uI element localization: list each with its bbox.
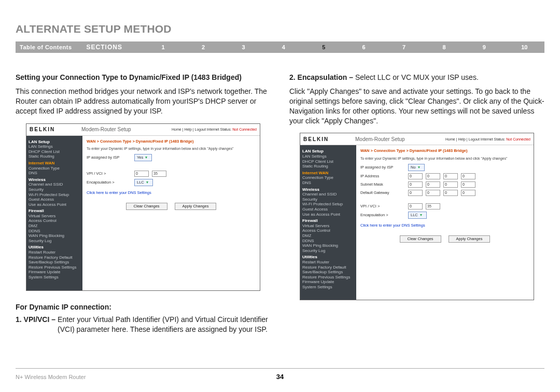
section-10[interactable]: 10 bbox=[505, 44, 544, 50]
ip-octet[interactable]: 0 bbox=[408, 181, 423, 188]
default-gateway-label: Default Gateway bbox=[360, 190, 405, 195]
side-item: Channel and SSID bbox=[29, 182, 80, 187]
screenshot-fixed-ip: BELKIN Modem-Router Setup Home | Help | … bbox=[300, 133, 534, 300]
side-item: Virtual Servers bbox=[29, 214, 80, 219]
side-item: Static Routing bbox=[302, 164, 354, 169]
ip-octet[interactable]: 0 bbox=[461, 173, 475, 179]
side-item: Security bbox=[29, 187, 80, 192]
section-8[interactable]: 8 bbox=[424, 44, 464, 50]
section-nav: Table of Contents SECTIONS 1 2 3 4 5 6 7… bbox=[16, 41, 544, 53]
ip-assigned-label: IP assigned by ISP bbox=[360, 165, 405, 170]
side-wireless: Wireless bbox=[302, 187, 354, 192]
ip-octet[interactable]: 0 bbox=[443, 173, 458, 179]
side-lan-setup: LAN Setup bbox=[29, 139, 80, 145]
side-item: Save/Backup Settings bbox=[29, 260, 80, 265]
side-item: DDNS bbox=[302, 239, 354, 244]
side-item: Restore Factory Default bbox=[302, 265, 354, 270]
side-item: LAN Settings bbox=[302, 154, 354, 159]
page-number: 34 bbox=[276, 373, 284, 381]
side-item: Guest Access bbox=[302, 207, 354, 212]
side-item: Use as Access Point bbox=[302, 212, 354, 217]
page-footer: N+ Wireless Modem Router 34 bbox=[16, 368, 544, 381]
side-item: DMZ bbox=[302, 233, 354, 239]
encapsulation-label: Encapsulation > bbox=[87, 180, 131, 185]
page-title: ALTERNATE SETUP METHOD bbox=[16, 23, 544, 35]
status-links: Home | Help | Logout Internet Status: bbox=[445, 137, 505, 141]
vci-input[interactable]: 35 bbox=[426, 203, 440, 209]
section-5[interactable]: 5 bbox=[304, 44, 344, 50]
side-item: WAN Ping Blocking bbox=[29, 233, 80, 239]
instruction-note: To enter your Dynamic IP settings, type … bbox=[360, 156, 529, 161]
ip-octet[interactable]: 0 bbox=[461, 190, 475, 196]
ip-octet[interactable]: 0 bbox=[426, 181, 440, 188]
status-links: Home | Help | Logout Internet Status: bbox=[172, 128, 231, 131]
ip-octet[interactable]: 0 bbox=[443, 181, 458, 188]
section-7[interactable]: 7 bbox=[384, 44, 424, 50]
ip-octet[interactable]: 0 bbox=[443, 190, 458, 196]
section-1[interactable]: 1 bbox=[143, 44, 183, 50]
vci-input[interactable]: 35 bbox=[152, 171, 166, 177]
side-item: Firmware Update bbox=[302, 279, 354, 285]
side-item: Restart Router bbox=[302, 260, 354, 265]
belkin-logo: BELKIN bbox=[303, 136, 355, 143]
ip-assigned-select[interactable]: No bbox=[408, 164, 425, 171]
side-item: Static Routing bbox=[29, 154, 80, 159]
dns-settings-link[interactable]: Click here to enter your DNS Settings bbox=[360, 223, 529, 228]
side-item: DHCP Client List bbox=[29, 149, 80, 155]
side-utilities: Utilities bbox=[302, 255, 354, 260]
side-item: DHCP Client List bbox=[302, 159, 354, 164]
side-item: Security bbox=[302, 197, 354, 202]
side-item: Connection Type bbox=[302, 175, 354, 180]
screenshot-dynamic-ip: BELKIN Modem-Router Setup Home | Help | … bbox=[26, 123, 260, 291]
side-item: Restore Factory Default bbox=[29, 255, 80, 260]
section-6[interactable]: 6 bbox=[344, 44, 384, 50]
apply-changes-button[interactable]: Apply Changes bbox=[175, 203, 217, 210]
ip-octet[interactable]: 0 bbox=[408, 173, 423, 179]
toc-link[interactable]: Table of Contents bbox=[16, 44, 72, 50]
section-2[interactable]: 2 bbox=[183, 44, 223, 50]
dns-settings-link[interactable]: Click here to enter your DNS Settings bbox=[87, 190, 256, 195]
side-firewall: Firewall bbox=[29, 208, 80, 214]
encapsulation-label: Encapsulation > bbox=[360, 213, 405, 218]
ip-octet[interactable]: 0 bbox=[426, 190, 440, 196]
clear-changes-button[interactable]: Clear Changes bbox=[400, 235, 441, 243]
list-text: Enter your Virtual Path Identifier (VPI)… bbox=[58, 315, 271, 334]
status-bar: Home | Help | Logout Internet Status: No… bbox=[445, 137, 530, 142]
router-sidebar: LAN Setup LAN Settings DHCP Client List … bbox=[300, 145, 356, 300]
ip-octet[interactable]: 0 bbox=[461, 181, 475, 188]
encapsulation-select[interactable]: LLC bbox=[134, 179, 153, 186]
side-item: Security Log bbox=[29, 239, 80, 244]
side-item: DNS bbox=[29, 171, 80, 176]
status-value: Not Connected bbox=[232, 128, 257, 131]
router-setup-title: Modem-Router Setup bbox=[81, 126, 131, 133]
ip-octet[interactable]: 0 bbox=[408, 190, 423, 196]
apply-changes-button[interactable]: Apply Changes bbox=[449, 235, 491, 243]
side-item: Firmware Update bbox=[29, 270, 80, 275]
section-3[interactable]: 3 bbox=[223, 44, 263, 50]
sections-label: SECTIONS bbox=[87, 44, 122, 51]
list-num: 1. VPI/VCI – bbox=[16, 315, 55, 334]
right-paragraph: Click "Apply Changes" to save and activa… bbox=[289, 87, 544, 126]
subnet-mask-label: Subnet Mask bbox=[360, 182, 405, 187]
router-main: WAN > Connection Type > Dynamic/Fixed IP… bbox=[82, 136, 260, 290]
vpi-input[interactable]: 0 bbox=[408, 203, 423, 209]
side-item: Save/Backup Settings bbox=[302, 270, 354, 275]
ip-assigned-select[interactable]: Yes bbox=[134, 154, 152, 161]
side-lan-setup: LAN Setup bbox=[302, 149, 354, 154]
clear-changes-button[interactable]: Clear Changes bbox=[126, 203, 167, 210]
side-internet-wan: Internet WAN bbox=[29, 161, 80, 166]
breadcrumb: WAN > Connection Type > Dynamic/Fixed IP… bbox=[360, 148, 529, 153]
side-item: WAN Ping Blocking bbox=[302, 243, 354, 248]
left-column: Setting your Connection Type to Dynamic/… bbox=[16, 73, 271, 334]
section-4[interactable]: 4 bbox=[263, 44, 303, 50]
section-9[interactable]: 9 bbox=[464, 44, 504, 50]
ip-octet[interactable]: 0 bbox=[426, 173, 440, 179]
encapsulation-select[interactable]: LLC bbox=[408, 212, 427, 219]
list-text: Select LLC or VC MUX your ISP uses. bbox=[355, 73, 479, 82]
side-item: Connection Type bbox=[29, 166, 80, 171]
side-item: Virtual Servers bbox=[302, 223, 354, 229]
list-item-encapsulation: 2. Encapsulation – Select LLC or VC MUX … bbox=[289, 73, 544, 82]
instruction-note: To enter your Dynamic IP settings, type … bbox=[87, 146, 256, 151]
side-item: Guest Access bbox=[29, 197, 80, 202]
vpi-input[interactable]: 0 bbox=[134, 171, 149, 177]
